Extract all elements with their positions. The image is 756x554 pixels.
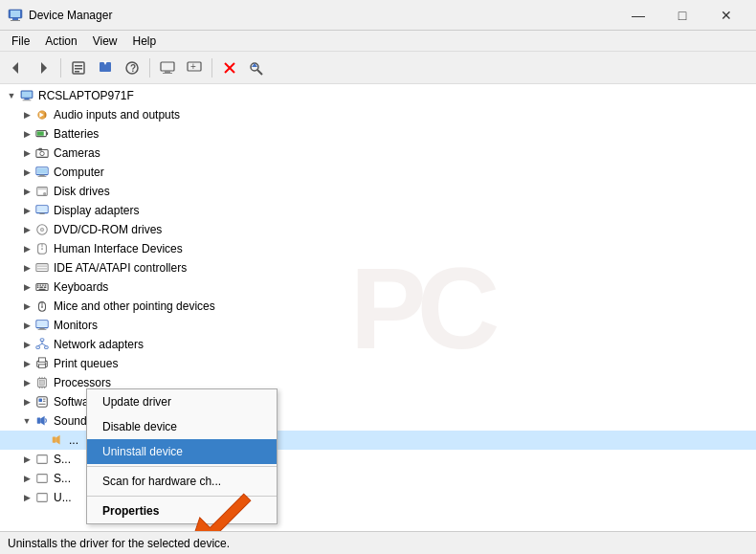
processors-expand[interactable]: ▶	[19, 375, 34, 390]
display-label: Display adapters	[54, 204, 139, 217]
sound-icon	[34, 413, 50, 429]
tree-hid[interactable]: ▶ Human Interface Devices	[0, 239, 756, 258]
toolbar-update[interactable]	[93, 55, 118, 80]
menu-file[interactable]: File	[4, 31, 37, 51]
s2-label: S...	[54, 472, 71, 485]
svg-rect-54	[37, 265, 48, 267]
tree-batteries[interactable]: ▶ Batteries	[0, 124, 756, 144]
menu-help[interactable]: Help	[125, 31, 165, 51]
disk-label: Disk drives	[54, 185, 110, 198]
svg-rect-91	[39, 399, 43, 403]
svg-rect-27	[23, 100, 32, 100]
svg-rect-61	[37, 287, 39, 288]
svg-point-49	[41, 229, 42, 230]
toolbar-add[interactable]: +	[182, 55, 207, 80]
root-label: RCSLAPTOP971F	[38, 89, 134, 102]
tree-monitors[interactable]: ▶ Monitors	[0, 316, 756, 335]
svg-rect-15	[165, 71, 170, 73]
svg-point-67	[41, 306, 43, 308]
sound-expand[interactable]: ▼	[19, 413, 34, 429]
root-expand-icon[interactable]: ▼	[4, 88, 19, 103]
svg-rect-69	[37, 321, 48, 327]
batteries-expand[interactable]: ▶	[19, 126, 34, 142]
tree-print[interactable]: ▶ Print queues	[0, 354, 756, 373]
monitors-expand[interactable]: ▶	[19, 318, 34, 333]
hid-expand[interactable]: ▶	[19, 241, 34, 256]
window-controls: — □ ✕	[616, 0, 748, 31]
display-icon	[34, 203, 50, 218]
computer-expand[interactable]: ▶	[19, 165, 34, 180]
toolbar-properties[interactable]	[66, 55, 91, 80]
toolbar-sep-1	[60, 58, 61, 78]
dvd-expand[interactable]: ▶	[19, 222, 34, 237]
cameras-icon	[34, 145, 50, 161]
network-expand[interactable]: ▶	[19, 337, 34, 352]
svg-rect-36	[39, 148, 43, 151]
s1-expand[interactable]: ▶	[19, 452, 34, 467]
tree-cameras[interactable]: ▶ Cameras	[0, 144, 756, 163]
svg-rect-79	[39, 358, 46, 362]
tree-ide[interactable]: ▶ IDE ATA/ATAPI controllers	[0, 258, 756, 277]
context-uninstall-device[interactable]: Uninstall device	[87, 439, 277, 464]
toolbar-forward[interactable]	[31, 55, 56, 80]
svg-point-81	[45, 363, 47, 365]
toolbar-remove[interactable]	[217, 55, 242, 80]
tree-computer[interactable]: ▶ Computer	[0, 163, 756, 182]
s2-expand[interactable]: ▶	[19, 471, 34, 486]
keyboards-expand[interactable]: ▶	[19, 279, 34, 295]
svg-rect-101	[37, 494, 48, 502]
svg-point-35	[40, 151, 44, 155]
toolbar-scan[interactable]	[244, 55, 269, 80]
toolbar-help[interactable]: ?	[120, 55, 145, 80]
display-expand[interactable]: ▶	[19, 203, 34, 218]
svg-rect-33	[37, 131, 44, 135]
context-properties[interactable]: Properties	[87, 499, 277, 523]
software-expand[interactable]: ▶	[19, 394, 34, 410]
menu-view[interactable]: View	[85, 31, 125, 51]
network-label: Network adapters	[54, 338, 144, 351]
svg-rect-9	[75, 71, 79, 73]
minimize-button[interactable]: —	[616, 0, 660, 31]
tree-dvd[interactable]: ▶ DVD/CD-ROM drives	[0, 220, 756, 239]
batteries-icon	[34, 126, 50, 142]
print-expand[interactable]: ▶	[19, 356, 34, 371]
dvd-label: DVD/CD-ROM drives	[54, 223, 162, 236]
svg-rect-40	[38, 176, 47, 177]
menu-action[interactable]: Action	[37, 31, 84, 51]
hid-label: Human Interface Devices	[54, 242, 183, 255]
ide-expand[interactable]: ▶	[19, 260, 34, 276]
u1-label: U...	[54, 491, 72, 504]
svg-rect-64	[39, 289, 46, 290]
maximize-button[interactable]: □	[660, 0, 704, 31]
svg-rect-3	[11, 20, 20, 21]
svg-rect-34	[36, 150, 48, 158]
disk-expand[interactable]: ▶	[19, 184, 34, 199]
toolbar-back[interactable]	[4, 55, 29, 80]
context-disable-device[interactable]: Disable device	[87, 414, 277, 439]
print-label: Print queues	[54, 357, 118, 370]
toolbar-computer[interactable]	[155, 55, 180, 80]
cameras-expand[interactable]: ▶	[19, 145, 34, 161]
audio-expand[interactable]: ▶	[19, 107, 34, 122]
svg-text:+: +	[190, 60, 196, 71]
tree-root[interactable]: ▼ RCSLAPTOP971F	[0, 86, 756, 105]
tree-display[interactable]: ▶ Display adapters	[0, 201, 756, 220]
mice-expand[interactable]: ▶	[19, 299, 34, 314]
tree-mice[interactable]: ▶ Mice and other pointing devices	[0, 297, 756, 316]
svg-rect-83	[39, 380, 44, 385]
close-button[interactable]: ✕	[704, 0, 748, 31]
svg-rect-55	[37, 268, 48, 270]
tree-audio[interactable]: ▶ Audio inputs and outputs	[0, 105, 756, 124]
svg-point-43	[43, 192, 46, 195]
tree-keyboards[interactable]: ▶ Keyboards	[0, 277, 756, 297]
u1-expand[interactable]: ▶	[19, 490, 34, 505]
print-icon	[34, 356, 50, 371]
svg-rect-90	[37, 397, 48, 408]
context-update-driver[interactable]: Update driver	[87, 389, 277, 414]
svg-rect-94	[39, 404, 46, 405]
svg-rect-42	[38, 188, 47, 190]
tree-network[interactable]: ▶ Network adapters	[0, 335, 756, 354]
tree-disk[interactable]: ▶ Disk drives	[0, 182, 756, 201]
context-scan[interactable]: Scan for hardware ch...	[87, 469, 277, 494]
svg-rect-93	[43, 401, 46, 402]
